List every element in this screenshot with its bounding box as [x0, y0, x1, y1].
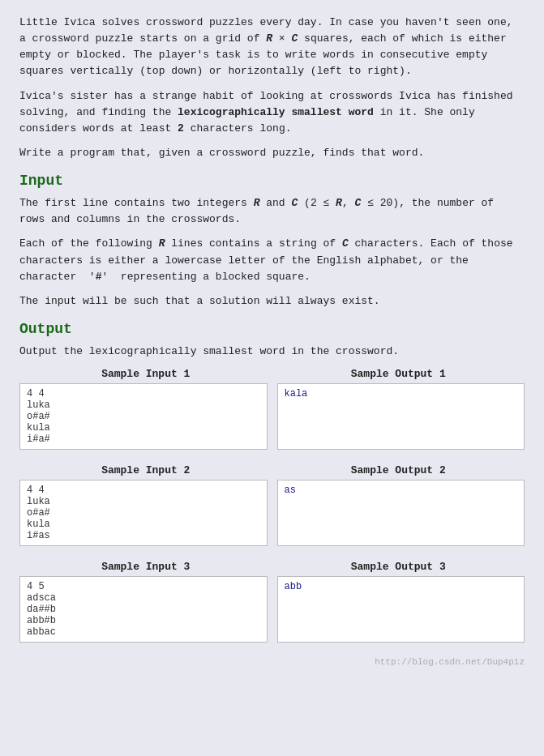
paragraph-1: Little Ivica solves crossword puzzles ev… — [19, 15, 525, 80]
sample-2-output-box: as — [277, 480, 525, 546]
sample-1-output-label: Sample Output 1 — [272, 368, 525, 380]
input-para-3: The input will be such that a solution w… — [19, 293, 525, 310]
sample-2-input-box: 4 4 luka o#a# kula i#as — [19, 480, 268, 546]
sample-3-boxes: 4 5 adsca da##b abb#b abbac abb — [19, 576, 525, 643]
input-para-2: Each of the following R lines contains a… — [19, 236, 525, 284]
sample-pair-2: Sample Input 2 Sample Output 2 4 4 luka … — [19, 464, 525, 546]
watermark: http://blog.csdn.net/Dup4p1z — [19, 657, 525, 667]
sample-1-headers: Sample Input 1 Sample Output 1 — [19, 368, 525, 380]
sample-2-boxes: 4 4 luka o#a# kula i#as as — [19, 480, 525, 546]
sample-1-input-label: Sample Input 1 — [19, 368, 272, 380]
sample-3-headers: Sample Input 3 Sample Output 3 — [19, 561, 525, 573]
output-section: Output the lexicographically smallest wo… — [19, 344, 525, 360]
input-section: The first line contains two integers R a… — [19, 195, 525, 310]
sample-1-boxes: 4 4 luka o#a# kula i#a# kala — [19, 383, 525, 450]
sample-2-output-label: Sample Output 2 — [272, 464, 525, 476]
sample-1-output-box: kala — [277, 383, 525, 450]
output-heading: Output — [19, 321, 525, 337]
sample-1-input-box: 4 4 luka o#a# kula i#a# — [19, 383, 268, 450]
paragraph-3: Write a program that, given a crossword … — [19, 145, 525, 161]
samples-area: Sample Input 1 Sample Output 1 4 4 luka … — [19, 368, 525, 643]
input-para-1: The first line contains two integers R a… — [19, 195, 525, 228]
sample-3-input-box: 4 5 adsca da##b abb#b abbac — [19, 576, 268, 643]
intro-text: Little Ivica solves crossword puzzles ev… — [19, 15, 525, 161]
input-heading: Input — [19, 173, 525, 189]
sample-pair-1: Sample Input 1 Sample Output 1 4 4 luka … — [19, 368, 525, 450]
page-container: Little Ivica solves crossword puzzles ev… — [0, 0, 544, 756]
sample-3-input-label: Sample Input 3 — [19, 561, 272, 573]
sample-pair-3: Sample Input 3 Sample Output 3 4 5 adsca… — [19, 561, 525, 643]
sample-3-output-box: abb — [277, 576, 525, 643]
sample-2-input-label: Sample Input 2 — [19, 464, 272, 476]
sample-2-headers: Sample Input 2 Sample Output 2 — [19, 464, 525, 476]
paragraph-2: Ivica's sister has a strange habit of lo… — [19, 88, 525, 137]
sample-3-output-label: Sample Output 3 — [272, 561, 525, 573]
output-para: Output the lexicographically smallest wo… — [19, 344, 525, 360]
